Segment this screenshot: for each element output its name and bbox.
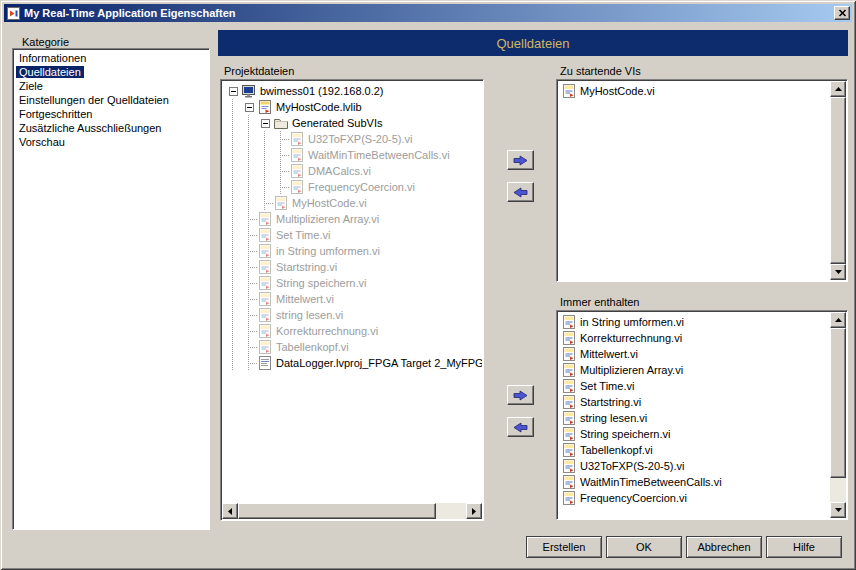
category-item-vorschau[interactable]: Vorschau bbox=[13, 135, 209, 149]
dialog-window: My Real-Time Application Eigenschaften Q… bbox=[0, 0, 856, 570]
tree-guide bbox=[225, 195, 241, 211]
tree-guide bbox=[241, 147, 257, 163]
tree-guide bbox=[241, 227, 257, 243]
tree-item[interactable]: string lesen.vi bbox=[225, 307, 482, 323]
list-item[interactable]: Tabellenkopf.vi bbox=[561, 442, 830, 458]
tree-guide bbox=[241, 243, 257, 259]
tree-item[interactable]: DMACalcs.vi bbox=[225, 163, 482, 179]
list-item[interactable]: in String umformen.vi bbox=[561, 314, 830, 330]
scroll-right-button[interactable] bbox=[466, 503, 482, 519]
hilfe-button[interactable]: Hilfe bbox=[766, 536, 842, 558]
tree-guide bbox=[257, 147, 273, 163]
tree-item[interactable]: FrequencyCoercion.vi bbox=[225, 179, 482, 195]
vi-icon bbox=[257, 243, 273, 259]
vi-icon bbox=[561, 83, 577, 99]
tree-item[interactable]: U32ToFXP(S-20-5).vi bbox=[225, 131, 482, 147]
doc-icon bbox=[257, 355, 273, 371]
scrollbar-track[interactable] bbox=[830, 97, 846, 264]
titlebar: My Real-Time Application Eigenschaften bbox=[4, 4, 852, 22]
vi-icon bbox=[561, 474, 577, 490]
tree-item[interactable]: MyHostCode.vi bbox=[225, 195, 482, 211]
project-files-box: bwimess01 (192.168.0.2)MyHostCode.lvlibG… bbox=[220, 79, 484, 521]
vi-icon bbox=[561, 330, 577, 346]
ok-button[interactable]: OK bbox=[606, 536, 682, 558]
category-item-informationen[interactable]: Informationen bbox=[13, 51, 209, 65]
tree-item[interactable]: MyHostCode.lvlib bbox=[225, 99, 482, 115]
tree-item[interactable]: DataLogger.lvproj_FPGA Target 2_MyFPGA bbox=[225, 355, 482, 371]
scrollbar-track[interactable] bbox=[238, 503, 466, 519]
list-item[interactable]: MyHostCode.vi bbox=[561, 83, 830, 99]
included-vertical-scrollbar[interactable] bbox=[830, 312, 846, 518]
list-item[interactable]: Set Time.vi bbox=[561, 378, 830, 394]
arrow-left-icon bbox=[513, 187, 528, 198]
tree-item[interactable]: Mittelwert.vi bbox=[225, 291, 482, 307]
add-included-vi-button[interactable] bbox=[507, 385, 534, 405]
tree-guide bbox=[241, 131, 257, 147]
category-item-einstellungen-der-quelldateien[interactable]: Einstellungen der Quelldateien bbox=[13, 93, 209, 107]
vi-icon bbox=[289, 147, 305, 163]
tree-item[interactable]: Generated SubVIs bbox=[225, 115, 482, 131]
tree-item[interactable]: Multiplizieren Array.vi bbox=[225, 211, 482, 227]
triangle-left-icon bbox=[228, 508, 232, 515]
scrollbar-thumb[interactable] bbox=[830, 328, 846, 478]
list-item[interactable]: Korrekturrechnung.vi bbox=[561, 330, 830, 346]
triangle-up-icon bbox=[835, 318, 842, 322]
category-item-zusätzliche-ausschließungen[interactable]: Zusätzliche Ausschließungen bbox=[13, 121, 209, 135]
included-list: in String umformen.viKorrekturrechnung.v… bbox=[558, 312, 830, 518]
scroll-up-button[interactable] bbox=[830, 312, 846, 328]
list-item[interactable]: FrequencyCoercion.vi bbox=[561, 490, 830, 506]
tree-item[interactable]: String speichern.vi bbox=[225, 275, 482, 291]
tree-guide bbox=[225, 291, 241, 307]
scroll-left-button[interactable] bbox=[222, 503, 238, 519]
scroll-down-button[interactable] bbox=[830, 502, 846, 518]
list-item[interactable]: Multiplizieren Array.vi bbox=[561, 362, 830, 378]
category-item-quelldateien[interactable]: Quelldateien bbox=[13, 65, 209, 79]
vi-icon bbox=[273, 195, 289, 211]
scrollbar-track[interactable] bbox=[830, 328, 846, 502]
tree-item[interactable]: in String umformen.vi bbox=[225, 243, 482, 259]
tree-horizontal-scrollbar[interactable] bbox=[222, 503, 482, 519]
tree-guide bbox=[241, 195, 257, 211]
arrow-right-icon bbox=[513, 390, 528, 401]
remove-startup-vi-button[interactable] bbox=[507, 182, 534, 202]
tree-item[interactable]: Startstring.vi bbox=[225, 259, 482, 275]
abbrechen-button[interactable]: Abbrechen bbox=[686, 536, 762, 558]
tree-guide bbox=[225, 99, 241, 115]
list-item[interactable]: WaitMinTimeBetweenCalls.vi bbox=[561, 474, 830, 490]
startup-vertical-scrollbar[interactable] bbox=[830, 81, 846, 280]
remove-included-vi-button[interactable] bbox=[507, 417, 534, 437]
collapse-icon[interactable] bbox=[241, 99, 257, 115]
tree-item[interactable]: Tabellenkopf.vi bbox=[225, 339, 482, 355]
tree-guide bbox=[225, 307, 241, 323]
scroll-down-button[interactable] bbox=[830, 264, 846, 280]
project-files-label: Projektdateien bbox=[224, 65, 294, 77]
collapse-icon[interactable] bbox=[225, 83, 241, 99]
tree-item[interactable]: Korrekturrechnung.vi bbox=[225, 323, 482, 339]
tree-item[interactable]: bwimess01 (192.168.0.2) bbox=[225, 83, 482, 99]
project-tree: bwimess01 (192.168.0.2)MyHostCode.lvlibG… bbox=[222, 81, 482, 503]
list-item[interactable]: string lesen.vi bbox=[561, 410, 830, 426]
category-item-fortgeschritten[interactable]: Fortgeschritten bbox=[13, 107, 209, 121]
scrollbar-thumb[interactable] bbox=[238, 503, 436, 519]
erstellen-button[interactable]: Erstellen bbox=[526, 536, 602, 558]
scroll-up-button[interactable] bbox=[830, 81, 846, 97]
tree-item[interactable]: WaitMinTimeBetweenCalls.vi bbox=[225, 147, 482, 163]
list-item[interactable]: Startstring.vi bbox=[561, 394, 830, 410]
tree-guide bbox=[241, 211, 257, 227]
computer-icon bbox=[241, 83, 257, 99]
tree-guide bbox=[225, 115, 241, 131]
tree-guide bbox=[225, 131, 241, 147]
list-item[interactable]: U32ToFXP(S-20-5).vi bbox=[561, 458, 830, 474]
category-item-ziele[interactable]: Ziele bbox=[13, 79, 209, 93]
tree-guide bbox=[241, 323, 257, 339]
list-item[interactable]: Mittelwert.vi bbox=[561, 346, 830, 362]
vi-icon bbox=[561, 378, 577, 394]
close-button[interactable] bbox=[834, 6, 850, 20]
vi-icon bbox=[561, 346, 577, 362]
list-item[interactable]: String speichern.vi bbox=[561, 426, 830, 442]
tree-guide bbox=[225, 259, 241, 275]
collapse-icon[interactable] bbox=[257, 115, 273, 131]
tree-item[interactable]: Set Time.vi bbox=[225, 227, 482, 243]
add-startup-vi-button[interactable] bbox=[507, 150, 534, 170]
scrollbar-thumb[interactable] bbox=[830, 97, 846, 264]
